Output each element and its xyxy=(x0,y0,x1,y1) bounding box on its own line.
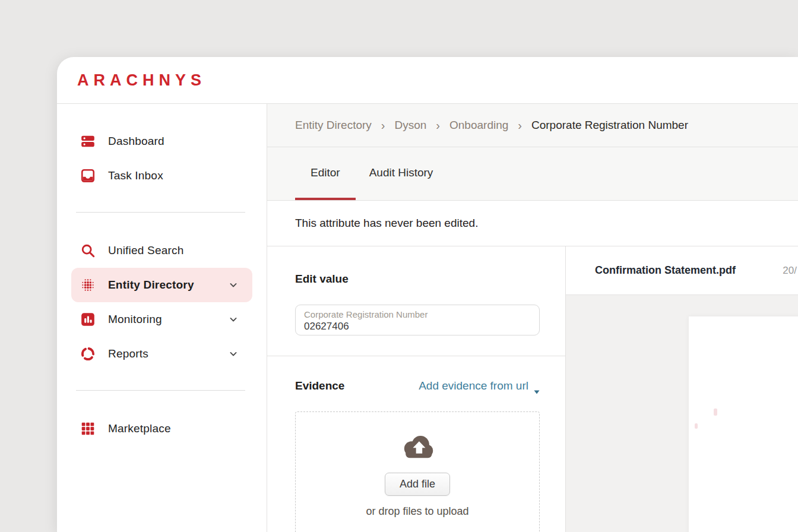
evidence-section: Evidence Add evidence from url xyxy=(267,356,565,532)
tab-audit-history[interactable]: Audit History xyxy=(369,147,433,200)
sidebar-item-entity-directory[interactable]: Entity Directory xyxy=(71,268,252,302)
document-faint-mark xyxy=(695,423,698,429)
empty-state-message: This attribute has never been edited. xyxy=(267,201,798,246)
chevron-down-icon xyxy=(227,348,239,360)
inbox-tray-icon xyxy=(80,168,96,183)
sidebar-item-label: Unified Search xyxy=(108,244,183,257)
sidebar-item-label: Reports xyxy=(108,347,148,360)
top-logo-bar: ARACHNYS xyxy=(57,57,798,104)
sidebar-divider xyxy=(76,212,245,213)
breadcrumb-separator: › xyxy=(436,119,440,132)
sidebar-item-monitoring[interactable]: Monitoring xyxy=(71,302,252,337)
sidebar-item-unified-search[interactable]: Unified Search xyxy=(71,233,252,268)
pdf-date: 20/ xyxy=(783,265,797,277)
preview-header: Confirmation Statement.pdf 20/ xyxy=(566,246,798,295)
input-label: Corporate Registration Number xyxy=(304,309,531,320)
breadcrumb-entity-directory[interactable]: Entity Directory xyxy=(295,119,372,132)
input-value: 02627406 xyxy=(304,320,531,332)
sidebar-item-reports[interactable]: Reports xyxy=(71,337,252,371)
breadcrumb-separator: › xyxy=(381,119,385,132)
edit-value-heading: Edit value xyxy=(295,271,540,287)
dot-matrix-icon xyxy=(80,277,96,293)
cloud-upload-icon xyxy=(401,435,434,458)
app-window: ARACHNYS Dashboard Task Inbox xyxy=(57,57,798,532)
grid-icon xyxy=(80,421,96,436)
arc-spinner-icon xyxy=(80,346,96,362)
file-dropzone[interactable]: Add file or drop files to upload xyxy=(295,411,540,532)
drop-files-hint: or drop files to upload xyxy=(366,505,468,518)
sidebar-item-label: Dashboard xyxy=(108,135,164,148)
sidebar-item-task-inbox[interactable]: Task Inbox xyxy=(71,159,252,193)
sidebar-item-label: Marketplace xyxy=(108,422,171,435)
editor-panel: Edit value Corporate Registration Number… xyxy=(267,246,566,532)
caret-down-icon xyxy=(534,384,540,388)
tab-bar: Editor Audit History xyxy=(267,147,798,201)
breadcrumb-dyson[interactable]: Dyson xyxy=(394,119,426,132)
add-evidence-from-url-link[interactable]: Add evidence from url xyxy=(419,379,540,392)
server-stack-icon xyxy=(80,134,96,149)
document-preview-area xyxy=(566,295,798,532)
sidebar-item-marketplace[interactable]: Marketplace xyxy=(71,411,252,446)
sidebar: Dashboard Task Inbox Unified Search xyxy=(57,104,267,532)
sidebar-item-label: Task Inbox xyxy=(108,169,163,182)
document-page xyxy=(689,316,798,532)
sidebar-item-dashboard[interactable]: Dashboard xyxy=(71,124,252,159)
sidebar-item-label: Monitoring xyxy=(108,313,162,326)
add-evidence-from-url-label: Add evidence from url xyxy=(419,379,528,392)
breadcrumb-onboarding[interactable]: Onboarding xyxy=(449,119,508,132)
sidebar-item-label: Entity Directory xyxy=(108,278,194,292)
evidence-preview-panel: Confirmation Statement.pdf 20/ xyxy=(566,246,798,532)
edit-value-section: Edit value Corporate Registration Number… xyxy=(267,246,565,356)
tab-editor[interactable]: Editor xyxy=(295,147,356,200)
arachnys-logo: ARACHNYS xyxy=(77,71,206,90)
bar-chart-icon xyxy=(80,312,96,327)
search-icon xyxy=(80,243,96,258)
evidence-heading: Evidence xyxy=(295,378,344,394)
breadcrumb: Entity Directory › Dyson › Onboarding › … xyxy=(267,104,798,147)
document-faint-mark xyxy=(714,408,717,416)
breadcrumb-separator: › xyxy=(518,119,522,132)
corporate-registration-input[interactable]: Corporate Registration Number 02627406 xyxy=(295,305,540,335)
pdf-filename: Confirmation Statement.pdf xyxy=(595,264,736,277)
sidebar-divider xyxy=(76,390,245,391)
add-file-button[interactable]: Add file xyxy=(385,473,450,496)
chevron-down-icon xyxy=(227,314,239,325)
chevron-down-icon xyxy=(227,279,239,291)
breadcrumb-current: Corporate Registration Number xyxy=(531,119,688,132)
